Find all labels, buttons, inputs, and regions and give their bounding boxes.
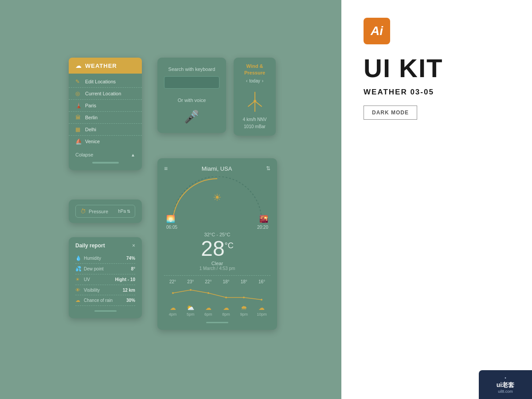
rain-icon: ☁ xyxy=(75,297,81,303)
visibility-icon: 👁 xyxy=(75,287,81,293)
hourly-col-1: ☁ 4pm xyxy=(165,304,180,317)
hourly-col-3: ☁ 6pm xyxy=(200,304,216,317)
close-button[interactable]: × xyxy=(132,243,135,249)
pressure-stepper-icon[interactable]: ⇅ xyxy=(127,209,130,214)
location-label: Paris xyxy=(85,103,96,108)
next-arrow-icon[interactable]: › xyxy=(262,78,263,83)
dark-mode-button[interactable]: DARK MODE xyxy=(364,106,417,120)
uv-value: Hight - 10 xyxy=(115,277,135,282)
weather-date: 1 March / 4:53 pm xyxy=(164,266,270,271)
watermark: • ui老套 uil8.com xyxy=(479,370,532,399)
search-keyboard-label: Search with keyboard xyxy=(164,66,219,72)
wind-turbine-visual xyxy=(238,88,271,114)
humidity-icon: 💧 xyxy=(75,255,81,261)
ai-badge-text: Ai xyxy=(371,24,383,38)
scroll-bar-container xyxy=(69,162,142,164)
pressure-widget: ⏱ Pressure hPa ⇅ xyxy=(69,200,142,223)
sun-icon: ☀ xyxy=(213,192,222,203)
gondola-icon: ⛵ xyxy=(75,138,82,145)
cloud-icon-1: ☁ xyxy=(170,304,176,311)
gauge-icon: ⏱ xyxy=(80,208,86,215)
left-panel: ☁ WEATHER ✎ Edit Locations ◎ Current Loc… xyxy=(0,0,341,399)
svg-point-4 xyxy=(254,100,256,102)
list-item-delhi[interactable]: ▦ Delhi xyxy=(69,124,142,136)
main-temperature: 28°C xyxy=(164,238,270,259)
list-item-current[interactable]: ◎ Current Location xyxy=(69,88,142,100)
eiffel-icon: 🗼 xyxy=(75,102,82,109)
dewpoint-value: 8° xyxy=(131,266,135,271)
wind-pressure-card: Wind &Pressure ‹ today › 4 km/h NNV 1010… xyxy=(234,58,276,136)
daily-row-dewpoint: 💦 Dew point 8° xyxy=(75,264,135,274)
ui-kit-title: UI KIT xyxy=(364,55,443,81)
hourly-time-6: 10pm xyxy=(257,312,267,317)
hourly-time-5: 9pm xyxy=(240,312,248,317)
collapse-row[interactable]: Colapse ▲ xyxy=(69,149,142,158)
search-input[interactable] xyxy=(164,76,219,89)
cloud-icon: ☁ xyxy=(75,62,82,69)
hourly-time-4: 8pm xyxy=(222,312,230,317)
svg-point-6 xyxy=(190,289,192,291)
scroll-indicator xyxy=(206,322,228,323)
daily-row-visibility: 👁 Visibility 12 km xyxy=(75,285,135,295)
hourly-col-2: ⛅ 5pm xyxy=(183,304,198,317)
hourly-col-6: ☁ 10pm xyxy=(254,304,270,317)
city-name: Miami, USA xyxy=(202,165,232,172)
dewpoint-icon: 💦 xyxy=(75,266,81,272)
location-label: Venice xyxy=(85,139,100,144)
hourly-temp-3: 22° xyxy=(200,279,216,284)
edit-icon: ✎ xyxy=(75,78,82,85)
location-label: Edit Locations xyxy=(85,79,116,84)
uv-icon: ☀ xyxy=(75,277,81,282)
humidity-value: 74% xyxy=(126,256,135,261)
sunrise-icon: 🌅 xyxy=(166,215,175,223)
list-item-paris[interactable]: 🗼 Paris xyxy=(69,100,142,112)
wind-nav: ‹ today › xyxy=(238,78,271,83)
visibility-label: Visibility xyxy=(84,288,100,293)
sunset-time: 20:20 xyxy=(257,225,268,230)
daily-scroll-bar xyxy=(75,310,135,312)
list-item-berlin[interactable]: 🏛 Berlin xyxy=(69,112,142,124)
visibility-value: 12 km xyxy=(123,288,135,293)
humidity-label: Humidity xyxy=(84,256,101,261)
hourly-col-5: 🌧 9pm xyxy=(236,304,252,317)
wind-title: Wind &Pressure xyxy=(238,63,271,77)
dewpoint-label: Dew point xyxy=(84,266,103,271)
hourly-time-2: 5pm xyxy=(187,312,195,317)
wind-pressure-value: 1010 mBar xyxy=(238,123,271,130)
list-item-venice[interactable]: ⛵ Venice xyxy=(69,136,142,147)
watermark-dot: • xyxy=(505,376,506,380)
watermark-url: uil8.com xyxy=(498,389,513,394)
list-item-edit[interactable]: ✎ Edit Locations xyxy=(69,76,142,88)
sunset-icon: 🌇 xyxy=(259,215,268,223)
prev-arrow-icon[interactable]: ‹ xyxy=(246,78,247,83)
svg-point-8 xyxy=(225,297,227,298)
svg-point-9 xyxy=(243,297,245,298)
hourly-time-3: 6pm xyxy=(204,312,212,317)
daily-row-humidity: 💧 Humidity 74% xyxy=(75,253,135,264)
rain-value: 30% xyxy=(126,298,135,303)
scroll-bar xyxy=(92,162,119,164)
sunrise-time: 06:05 xyxy=(166,225,177,230)
main-weather-card: ≡ Miami, USA ⇅ ☀ 🌅 06:05 🌇 20:20 32°C - … xyxy=(157,158,277,330)
pressure-unit-control[interactable]: hPa ⇅ xyxy=(118,209,130,214)
microphone-icon[interactable]: 🎤 xyxy=(164,110,219,124)
pressure-inner: ⏱ Pressure hPa ⇅ xyxy=(75,205,135,218)
daily-report-card: Daily report × 💧 Humidity 74% 💦 Dew poin… xyxy=(69,237,142,318)
cloud-icon-3: ☁ xyxy=(205,304,211,311)
cloud-icon-2: ⛅ xyxy=(187,304,194,311)
building-icon: 🏛 xyxy=(75,114,82,121)
card-scroll-bar xyxy=(164,322,270,323)
pressure-left: ⏱ Pressure xyxy=(80,208,108,215)
pressure-unit-text: hPa xyxy=(118,209,126,214)
cloud-icon-4: ☁ xyxy=(223,304,229,311)
watermark-brand: ui老套 xyxy=(497,381,514,389)
city-selector-icon[interactable]: ⇅ xyxy=(266,165,270,172)
location-label: Delhi xyxy=(85,127,96,132)
weather-subtitle: WEATHER 03-05 xyxy=(364,88,434,97)
ai-badge: Ai xyxy=(364,18,390,44)
wind-nav-today: today xyxy=(249,78,260,83)
hourly-temp-2: 23° xyxy=(183,279,198,284)
menu-icon[interactable]: ≡ xyxy=(164,165,168,172)
arc-container: ☀ 🌅 06:05 🌇 20:20 xyxy=(164,176,270,230)
rain-label: Chance of rain xyxy=(84,298,113,303)
